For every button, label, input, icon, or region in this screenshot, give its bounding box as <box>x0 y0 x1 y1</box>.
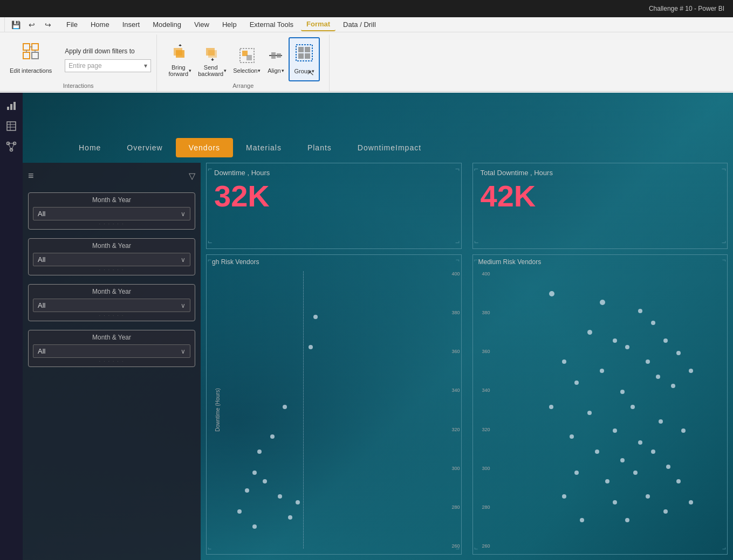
bracket-br-2: ⌐ <box>722 239 726 247</box>
svg-rect-0 <box>23 44 30 50</box>
apply-drill-select[interactable]: Entire page ▾ <box>65 59 151 72</box>
bring-forward-button[interactable]: Bring forward ▾ <box>166 42 194 77</box>
filter-icon[interactable]: ▽ <box>189 171 195 181</box>
dot <box>638 309 642 313</box>
slicer-1-chevron: ∨ <box>181 210 186 218</box>
bracket-tl-2: ⌐ <box>474 164 478 173</box>
dot <box>638 440 642 445</box>
dot <box>237 509 242 514</box>
kpi-card-1: ⌐ ⌐ Downtime , Hours 32K ⌐ ⌐ <box>206 163 462 249</box>
arrange-group: Bring forward ▾ Send backward ▾ <box>157 34 330 91</box>
window-title: Challenge # 10 - Power BI <box>649 5 724 12</box>
arrange-items: Bring forward ▾ Send backward ▾ <box>166 37 320 81</box>
svg-rect-9 <box>174 48 182 56</box>
svg-rect-27 <box>7 107 9 110</box>
dot <box>313 315 318 319</box>
bracket-bl-2: ⌐ <box>474 239 478 247</box>
edit-interactions-icon <box>21 42 40 65</box>
undo-button[interactable]: ↩ <box>24 17 39 32</box>
dot <box>676 479 681 483</box>
hamburger-icon[interactable]: ≡ <box>28 170 34 182</box>
svg-rect-30 <box>7 122 16 130</box>
dot <box>681 428 686 433</box>
selection-icon <box>238 47 256 67</box>
menu-format[interactable]: Format <box>301 18 335 31</box>
nav-overview[interactable]: Overview <box>114 138 175 157</box>
menu-home[interactable]: Home <box>85 18 115 31</box>
menu-insert[interactable]: Insert <box>117 18 146 31</box>
nav-home[interactable]: Home <box>66 138 114 157</box>
send-backward-button[interactable]: Send backward ▾ <box>196 42 229 77</box>
save-button[interactable]: 💾 <box>8 17 23 32</box>
svg-rect-25 <box>298 53 304 59</box>
nav-materials[interactable]: Materials <box>233 138 294 157</box>
dot <box>252 471 257 475</box>
group-icon <box>295 44 313 66</box>
canvas-nav: Home Overview Vendors Materials Plants D… <box>66 136 722 160</box>
slicer-4-resize[interactable]: · · · · · · <box>33 360 190 362</box>
menu-bar: 💾 ↩ ↪ File Home Insert Modeling View Hel… <box>0 17 733 32</box>
dot <box>613 338 617 343</box>
slicer-1-dropdown[interactable]: All ∨ <box>33 207 190 220</box>
chart2-bracket-bl: ⌐ <box>474 545 478 553</box>
menu-modeling[interactable]: Modeling <box>147 18 187 31</box>
menu-file[interactable]: File <box>61 18 83 31</box>
slicer-2-resize[interactable]: · · · · · · <box>33 268 190 271</box>
nav-plants[interactable]: Plants <box>294 138 345 157</box>
svg-rect-26 <box>305 53 310 59</box>
dot <box>659 419 663 424</box>
slicer-4-dropdown[interactable]: All ∨ <box>33 344 190 358</box>
sidebar-icon-chart[interactable] <box>3 97 20 114</box>
nav-downtime-impact[interactable]: DowntimeImpact <box>345 138 434 157</box>
slicer-2-dropdown[interactable]: All ∨ <box>33 253 190 266</box>
svg-marker-11 <box>179 44 182 46</box>
svg-rect-13 <box>208 50 217 58</box>
dot <box>245 488 249 493</box>
dot <box>600 300 605 305</box>
chart2-y-values: 400 380 360 340 320 300 280 260 <box>475 271 490 549</box>
ribbon: Edit interactions Apply drill down filte… <box>0 32 733 92</box>
align-button[interactable]: Align ▾ <box>265 45 286 74</box>
svg-line-39 <box>11 143 15 150</box>
cursor-icon: ↖ <box>308 68 314 77</box>
send-backward-icon <box>204 44 221 64</box>
slicer-3-dropdown[interactable]: All ∨ <box>33 299 190 312</box>
menu-data-drill[interactable]: Data / Drill <box>338 18 381 31</box>
redo-button[interactable]: ↪ <box>40 17 56 32</box>
dot <box>580 518 584 522</box>
dot <box>689 500 693 504</box>
sidebar-icon-table[interactable] <box>3 117 20 135</box>
dot <box>587 330 592 335</box>
slicer-1-resize[interactable]: · · · · · · <box>33 223 190 225</box>
slicer-3-chevron: ∨ <box>181 302 186 309</box>
menu-external-tools[interactable]: External Tools <box>244 18 299 31</box>
slicer-4-title: Month & Year <box>33 334 190 341</box>
align-icon <box>267 47 284 67</box>
chart1-bracket-tr: ⌐ <box>456 256 460 264</box>
dot <box>549 405 553 409</box>
svg-rect-20 <box>271 52 276 59</box>
slicer-1: Month & Year All ∨ · · · · · · <box>28 192 195 230</box>
slicer-3-resize[interactable]: · · · · · · <box>33 314 190 316</box>
sidebar-icon-model[interactable] <box>3 138 20 155</box>
nav-vendors[interactable]: Vendors <box>176 138 233 157</box>
menu-view[interactable]: View <box>189 18 215 31</box>
apply-drill-label: Apply drill down filters to <box>65 47 151 55</box>
dot <box>620 390 625 394</box>
align-label: Align <box>268 67 280 74</box>
dot <box>613 500 617 504</box>
dot <box>651 450 655 454</box>
apply-drill-section: Apply drill down filters to Entire page … <box>60 47 151 72</box>
group-button[interactable]: Group ▾ ↖ <box>289 37 320 81</box>
dot <box>625 345 629 349</box>
edit-interactions-button[interactable]: Edit interactions <box>5 39 56 80</box>
dot <box>288 515 292 520</box>
selection-button[interactable]: Selection ▾ <box>231 45 263 74</box>
interactions-group-label: Interactions <box>63 82 94 89</box>
dot <box>651 321 655 325</box>
filter-header: ≡ ▽ <box>28 168 195 184</box>
bracket-br-1: ⌐ <box>455 239 460 247</box>
dot <box>278 494 282 499</box>
menu-help[interactable]: Help <box>217 18 242 31</box>
drill-select-value: Entire page <box>68 62 101 70</box>
